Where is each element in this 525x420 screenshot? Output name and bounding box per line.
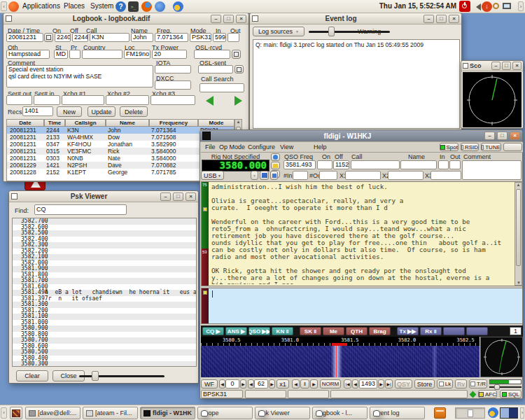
- dxcc-field[interactable]: [155, 80, 191, 90]
- macro-button[interactable]: QTH: [346, 327, 368, 335]
- network-globe-icon[interactable]: [488, 407, 498, 418]
- wf-mode-button[interactable]: WF: [201, 379, 218, 388]
- clear-button[interactable]: Clear: [16, 370, 48, 382]
- col-header-callsign[interactable]: Callsign: [65, 119, 106, 127]
- taskbar-window-button[interactable]: fldigi - W1HKJ: [140, 407, 195, 419]
- scrollbar-thumb[interactable]: [516, 189, 521, 266]
- status-mode[interactable]: BPSK31: [201, 390, 243, 398]
- sideband-select[interactable]: USB▼: [201, 171, 224, 180]
- spare-toggle[interactable]: [503, 143, 522, 151]
- name-field[interactable]: John: [131, 33, 153, 42]
- xchg2-field[interactable]: [106, 95, 149, 105]
- scroll-up-icon[interactable]: ▲: [517, 183, 521, 187]
- log-level-slider-handle[interactable]: [328, 27, 335, 36]
- close-button[interactable]: ×: [186, 192, 196, 201]
- macro-set-indicator[interactable]: 1: [510, 327, 522, 335]
- minimize-button[interactable]: –: [484, 132, 495, 140]
- tune-toggle[interactable]: TUNE: [481, 143, 501, 151]
- macro-button[interactable]: ANS ▶: [225, 327, 247, 335]
- save-log-button[interactable]: [270, 171, 278, 180]
- ser-out-field[interactable]: [6, 95, 32, 105]
- close-button[interactable]: ×: [236, 15, 246, 23]
- reverse-button[interactable]: Rv: [455, 379, 467, 388]
- ser-in-field[interactable]: [34, 95, 60, 105]
- maximize-button[interactable]: □: [223, 15, 234, 23]
- taskbar-window-button[interactable]: Logbook - l...: [312, 407, 368, 419]
- x3-field[interactable]: [430, 171, 461, 180]
- menu-configure[interactable]: Configure: [248, 144, 275, 150]
- menu-op-mode[interactable]: Op Mode: [219, 144, 245, 150]
- maximize-button[interactable]: □: [502, 62, 511, 70]
- menu-applications[interactable]: Applications: [22, 2, 60, 10]
- update-button[interactable]: Update: [88, 106, 115, 117]
- minimize-button[interactable]: –: [160, 192, 171, 201]
- serial-out-field[interactable]: [319, 171, 337, 180]
- rst-out-field[interactable]: [449, 160, 461, 169]
- carrier-frequency[interactable]: 1493: [359, 379, 377, 388]
- taskbar-window-button[interactable]: [ateam - Fil...: [83, 407, 138, 419]
- call-field[interactable]: K3N: [90, 33, 130, 42]
- col-header-frequency[interactable]: Frequency: [149, 119, 198, 127]
- sql-toggle[interactable]: SQL: [500, 390, 522, 398]
- panel-collapse-arrow[interactable]: ‹: [1, 1, 7, 11]
- frequency-display[interactable]: 3580.000: [202, 160, 270, 172]
- close-button[interactable]: ×: [512, 62, 522, 70]
- clock[interactable]: Thu Jan 15, 5:52:54 AM: [378, 2, 456, 10]
- qsl-rcvd-date-button[interactable]: [232, 50, 241, 59]
- comment-field[interactable]: Special event station qsl card direct to…: [6, 65, 153, 88]
- search-icon[interactable]: [493, 3, 499, 9]
- lock-toggle[interactable]: Lk: [437, 379, 453, 388]
- workspace-1[interactable]: [500, 408, 510, 418]
- gain-value[interactable]: 62: [254, 379, 268, 388]
- minimize-button[interactable]: –: [424, 15, 434, 23]
- txrx-toggle[interactable]: T/R: [469, 379, 487, 388]
- macro-button[interactable]: QSO ▶▶: [248, 327, 270, 335]
- show-desktop-button[interactable]: [10, 407, 22, 419]
- phase-scope[interactable]: [480, 337, 523, 377]
- rst-in-field[interactable]: [438, 160, 449, 169]
- psk-browser-list[interactable]: 3582.700 3582.600 3582.500 3582.400 3582…: [12, 218, 197, 367]
- menu-help[interactable]: Help: [314, 144, 327, 150]
- macro-button[interactable]: CQ ▶: [202, 327, 224, 335]
- qsl-sent-field[interactable]: [198, 65, 233, 74]
- new-button[interactable]: New: [57, 106, 82, 117]
- macro-button[interactable]: Brag: [369, 327, 391, 335]
- scroll-right-button[interactable]: ▶: [310, 379, 318, 388]
- volume-icon[interactable]: [472, 4, 481, 10]
- shift-left-button[interactable]: ◀: [219, 379, 225, 388]
- st-field[interactable]: MD: [54, 50, 68, 59]
- taskbar-expand-arrow[interactable]: ›: [520, 407, 524, 419]
- psk-viewer-titlebar[interactable]: Psk Viewer – □ ×: [9, 191, 198, 202]
- qsl-sent-date-button[interactable]: [234, 65, 244, 74]
- logbook-titlebar[interactable]: Logbook - logbook.adif – □ ×: [4, 13, 248, 24]
- display-icon[interactable]: [503, 3, 511, 9]
- qsl-rcvd-field[interactable]: [194, 50, 230, 59]
- close-button[interactable]: ×: [449, 15, 459, 23]
- event-log-text-area[interactable]: Q: main: fldigi 3.1preC log started on T…: [253, 39, 460, 129]
- maximize-button[interactable]: □: [173, 192, 183, 201]
- lookup-globe-button[interactable]: [271, 153, 280, 161]
- next-record-button[interactable]: [234, 96, 247, 106]
- update-notifier-icon[interactable]: ↓: [482, 1, 492, 12]
- scroll-down-icon[interactable]: ▼: [517, 281, 521, 285]
- power-button-icon[interactable]: [459, 1, 470, 12]
- shift-value[interactable]: 0: [225, 379, 239, 388]
- workspace-switcher[interactable]: [500, 407, 518, 419]
- scroll-up-icon[interactable]: ▲: [237, 120, 241, 124]
- col-header-date[interactable]: Date: [6, 119, 44, 127]
- minimize-button[interactable]: –: [211, 15, 221, 23]
- event-log-titlebar[interactable]: Event log – □ ×: [250, 13, 461, 24]
- rst-in-field[interactable]: 599: [213, 33, 226, 42]
- zoom-x1-button[interactable]: x1: [276, 379, 289, 388]
- squelch-slider-handle[interactable]: [494, 384, 500, 390]
- macro-button[interactable]: SK ‖: [300, 327, 321, 335]
- qsy-button[interactable]: QSY: [395, 379, 412, 388]
- psk-slider-handle[interactable]: [92, 371, 99, 381]
- carrier-fwd-button[interactable]: ▶|: [385, 379, 393, 388]
- carrier-rew-button[interactable]: |◀: [344, 379, 351, 388]
- time-off-field[interactable]: 1152: [333, 160, 349, 169]
- rig-dropdown-button[interactable]: ▼: [251, 171, 258, 180]
- rx-scrollbar[interactable]: ▲ ▼: [514, 182, 522, 286]
- gain-right-button[interactable]: ▶: [269, 379, 275, 388]
- find-input[interactable]: CQ: [34, 204, 127, 215]
